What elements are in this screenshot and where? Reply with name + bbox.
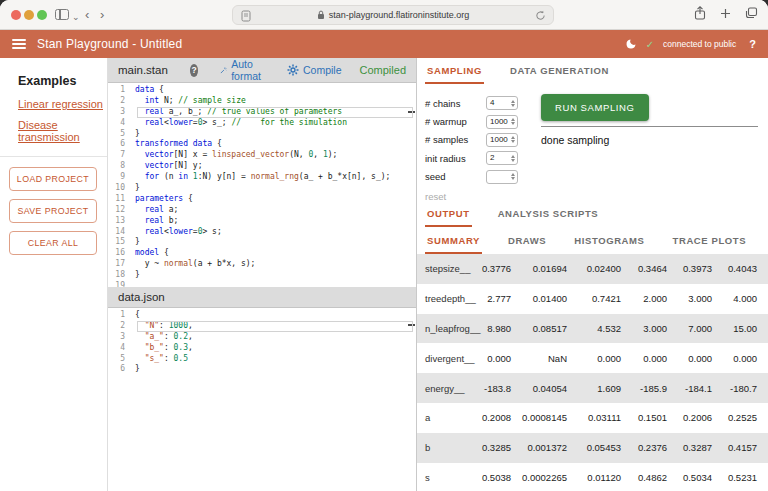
code-line[interactable]: 4 real<lower=0> s_; // for the simulatio… bbox=[108, 118, 416, 129]
table-cell: 3.000 bbox=[625, 323, 671, 334]
code-line[interactable]: 6} bbox=[108, 364, 416, 375]
code-line[interactable]: 2 "N": 1000, bbox=[108, 321, 416, 332]
refresh-icon[interactable] bbox=[535, 10, 546, 21]
help-circle-icon[interactable]: ? bbox=[190, 64, 198, 77]
tab-output[interactable]: OUTPUT bbox=[425, 208, 472, 227]
code-line[interactable]: 10} bbox=[108, 183, 416, 194]
code-line[interactable]: 5 "s_": 0.5 bbox=[108, 354, 416, 365]
code-text: "a_": 0.2, bbox=[135, 332, 193, 343]
stepper-icon[interactable] bbox=[509, 117, 516, 127]
stan-code-area[interactable]: 1data {2 int N; // sample size3 real a_,… bbox=[108, 83, 416, 287]
table-cell: 0.01120 bbox=[571, 472, 625, 483]
forward-icon[interactable]: › bbox=[100, 7, 104, 23]
code-line[interactable]: 18} bbox=[108, 270, 416, 281]
compile-status: Compiled bbox=[360, 64, 406, 76]
address-bar[interactable]: stan-playground.flatironinstitute.org bbox=[232, 5, 554, 25]
code-text: real a; bbox=[135, 205, 178, 216]
line-number: 7 bbox=[108, 150, 135, 161]
code-line[interactable]: 7 vector[N] x = linspaced_vector(N, 0, 1… bbox=[108, 150, 416, 161]
code-text: vector[N] y; bbox=[135, 161, 202, 172]
seed-input[interactable] bbox=[486, 170, 518, 184]
code-line[interactable]: 11parameters { bbox=[108, 194, 416, 205]
tab-analysis-scripts[interactable]: ANALYSIS SCRIPTS bbox=[496, 208, 601, 227]
code-line[interactable]: 6transformed data { bbox=[108, 139, 416, 150]
code-line[interactable]: 4 "b_": 0.3, bbox=[108, 343, 416, 354]
code-line[interactable]: 17 y ~ normal(a + b*x, s); bbox=[108, 259, 416, 270]
code-line[interactable]: 8 vector[N] y; bbox=[108, 161, 416, 172]
clear-all-button[interactable]: CLEAR ALL bbox=[9, 231, 97, 255]
stepper-icon[interactable] bbox=[509, 172, 516, 182]
line-number: 4 bbox=[108, 118, 135, 129]
code-line[interactable]: 2 int N; // sample size bbox=[108, 96, 416, 107]
run-column: RUN SAMPLING done sampling bbox=[527, 94, 760, 203]
table-cell: 4.532 bbox=[571, 323, 625, 334]
subtab-summary[interactable]: SUMMARY bbox=[425, 235, 482, 254]
examples-sidebar: Examples Linear regression Disease trans… bbox=[0, 58, 108, 491]
load-project-button[interactable]: LOAD PROJECT bbox=[9, 167, 97, 191]
table-row-label: s bbox=[417, 472, 481, 483]
tab-data-generation[interactable]: DATA GENERATION bbox=[508, 65, 611, 84]
reset-link[interactable]: reset bbox=[425, 191, 446, 202]
table-cell: -185.9 bbox=[625, 383, 671, 394]
code-line[interactable]: 15} bbox=[108, 237, 416, 248]
check-icon: ✓ bbox=[646, 39, 654, 50]
tab-overview-icon[interactable] bbox=[745, 7, 758, 19]
chevron-down-icon[interactable]: ⌄ bbox=[72, 9, 80, 25]
subtab-trace-plots[interactable]: TRACE PLOTS bbox=[671, 235, 749, 254]
share-icon[interactable] bbox=[694, 6, 706, 20]
json-code-area[interactable]: 1{2 "N": 1000,3 "a_": 0.2,4 "b_": 0.3,5 … bbox=[108, 308, 416, 491]
init-radius-input[interactable]: 2 bbox=[486, 151, 518, 165]
reader-icon[interactable] bbox=[241, 10, 251, 22]
table-cell: 0.001372 bbox=[515, 442, 571, 453]
code-line[interactable]: 14 real<lower=0> s; bbox=[108, 227, 416, 238]
stepper-icon[interactable] bbox=[509, 98, 516, 108]
stepper-icon[interactable] bbox=[509, 153, 516, 163]
table-cell: -180.7 bbox=[716, 383, 761, 394]
menu-icon[interactable] bbox=[12, 39, 26, 49]
code-text: "s_": 0.5 bbox=[135, 354, 188, 365]
code-line[interactable]: 16model { bbox=[108, 248, 416, 259]
moon-icon[interactable] bbox=[625, 38, 637, 50]
summary-table: stepsize__0.37760.016940.024000.34640.39… bbox=[417, 254, 768, 491]
table-cell: 0.5231 bbox=[716, 472, 761, 483]
zoom-icon[interactable] bbox=[37, 10, 47, 20]
examples-heading: Examples bbox=[0, 70, 107, 98]
line-number: 5 bbox=[108, 354, 135, 365]
code-line[interactable]: 12 real a; bbox=[108, 205, 416, 216]
stepper-icon[interactable] bbox=[509, 135, 516, 145]
subtab-histograms[interactable]: HISTOGRAMS bbox=[572, 235, 646, 254]
code-text: y ~ normal(a + b*x, s); bbox=[135, 259, 255, 270]
code-line[interactable]: 1data { bbox=[108, 85, 416, 96]
warmup-input[interactable]: 1000 bbox=[486, 115, 518, 129]
code-line[interactable]: 3 real a_, b_; // true values of paramet… bbox=[108, 107, 416, 118]
code-line[interactable]: 19 bbox=[108, 281, 416, 287]
line-number: 13 bbox=[108, 216, 135, 227]
chains-input[interactable]: 4 bbox=[486, 96, 518, 110]
table-row: b0.32850.0013720.054530.23760.32870.4157 bbox=[417, 433, 768, 463]
table-cell: 0.04054 bbox=[515, 383, 571, 394]
subtab-draws[interactable]: DRAWS bbox=[506, 235, 548, 254]
line-number: 10 bbox=[108, 183, 135, 194]
close-icon[interactable] bbox=[11, 10, 21, 20]
back-icon[interactable]: ‹ bbox=[85, 7, 89, 23]
code-line[interactable]: 3 "a_": 0.2, bbox=[108, 332, 416, 343]
samples-input[interactable]: 1000 bbox=[486, 133, 518, 147]
run-sampling-button[interactable]: RUN SAMPLING bbox=[541, 94, 649, 121]
example-link-disease-transmission[interactable]: Disease transmission bbox=[0, 119, 107, 152]
code-line[interactable]: 9 for (n in 1:N) y[n] = normal_rng(a_ + … bbox=[108, 172, 416, 183]
code-line[interactable]: 5} bbox=[108, 129, 416, 140]
tab-sampling[interactable]: SAMPLING bbox=[425, 65, 484, 84]
table-cell: 2.777 bbox=[481, 293, 515, 304]
minimize-icon[interactable] bbox=[24, 10, 34, 20]
code-line[interactable]: 13 real b; bbox=[108, 216, 416, 227]
code-line[interactable]: 1{ bbox=[108, 310, 416, 321]
help-icon[interactable]: ? bbox=[749, 38, 756, 50]
new-tab-icon[interactable] bbox=[720, 8, 731, 19]
save-project-button[interactable]: SAVE PROJECT bbox=[9, 199, 97, 223]
example-link-linear-regression[interactable]: Linear regression bbox=[0, 98, 107, 119]
auto-format-button[interactable]: Auto format bbox=[220, 58, 265, 82]
table-row-label: b bbox=[417, 442, 481, 453]
compile-button[interactable]: Compile bbox=[287, 64, 342, 76]
line-number: 6 bbox=[108, 139, 135, 150]
sidebar-toggle-icon[interactable] bbox=[55, 9, 69, 20]
